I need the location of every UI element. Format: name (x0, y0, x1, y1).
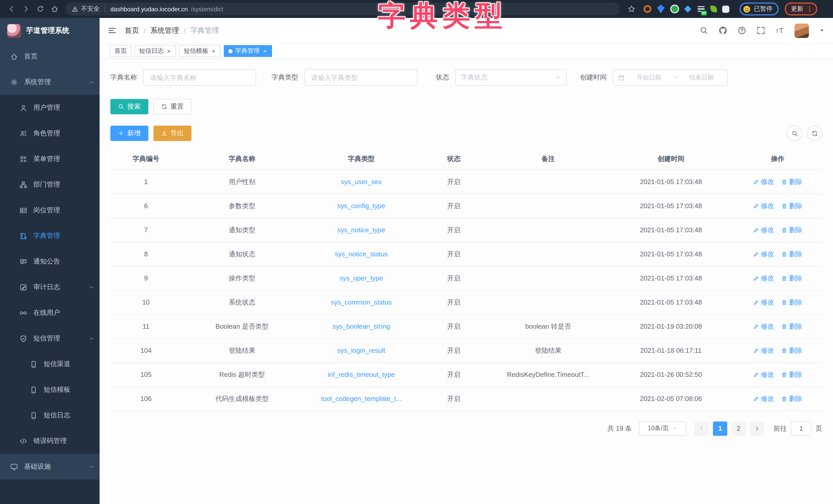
edit-row-button[interactable]: 修改 (753, 225, 774, 234)
edit-row-button[interactable]: 修改 (753, 394, 774, 403)
close-icon[interactable] (211, 48, 216, 54)
breadcrumb-item-0[interactable]: 首页 (125, 26, 139, 35)
delete-row-button[interactable]: 删除 (781, 201, 803, 210)
collapse-sidebar-icon[interactable] (108, 26, 117, 35)
tag-tab-0[interactable]: 首页 (110, 45, 132, 57)
ext-puzzle-icon[interactable] (722, 5, 729, 12)
delete-row-button[interactable]: 删除 (781, 274, 803, 283)
tag-tab-2[interactable]: 短信模板 (179, 45, 221, 57)
sidebar-item-1[interactable]: 系统管理 (0, 69, 100, 95)
sidebar-item-0[interactable]: 首页 (0, 44, 100, 69)
tag-tab-3[interactable]: 字典管理 (224, 45, 272, 57)
sidebar-item-11[interactable]: 短信管理 (0, 326, 100, 351)
page-size-select[interactable]: 10条/页 (639, 421, 686, 435)
ext-list-on-icon[interactable]: on (696, 5, 705, 13)
sidebar-item-6[interactable]: 岗位管理 (0, 197, 100, 223)
browser-update-button[interactable]: 更新 (785, 3, 817, 16)
ext-orange-ring-icon[interactable] (644, 5, 651, 13)
dict-type-link[interactable]: sys_config_type (337, 202, 385, 210)
forward-icon[interactable] (20, 3, 32, 15)
home-icon[interactable] (48, 3, 61, 15)
delete-row-button[interactable]: 删除 (781, 394, 803, 403)
dict-type-link[interactable]: sys_login_result (337, 347, 385, 354)
ext-blue-diamond-icon[interactable] (684, 5, 691, 12)
close-icon[interactable] (166, 48, 171, 54)
refresh-table-button[interactable] (807, 126, 822, 141)
edit-row-button[interactable]: 修改 (753, 322, 774, 331)
create-time-range-picker[interactable]: 开始日期 ~ 结束日期 (613, 69, 728, 85)
edit-row-button[interactable]: 修改 (753, 298, 774, 307)
sidebar-item-10[interactable]: 在线用户 (0, 300, 100, 326)
reset-button[interactable]: 重置 (153, 99, 191, 114)
tag-tab-1[interactable]: 短信日志 (135, 45, 176, 57)
dict-type-link[interactable]: sys_notice_status (335, 250, 388, 258)
edit-row-button[interactable]: 修改 (753, 346, 774, 355)
fullscreen-icon[interactable] (757, 26, 765, 35)
monitor-icon (10, 463, 18, 471)
dict-type-link[interactable]: sys_boolean_string (333, 323, 390, 330)
sidebar-item-15[interactable]: 错误码管理 (0, 428, 100, 454)
ext-blue-gem-icon[interactable] (657, 5, 665, 13)
export-button[interactable]: 导出 (153, 126, 191, 141)
sidebar-item-12[interactable]: 短信渠道 (0, 351, 100, 377)
sidebar-item-2[interactable]: 用户管理 (0, 95, 100, 121)
ext-green-circle-icon[interactable] (670, 5, 679, 13)
dict-name-input[interactable] (143, 69, 256, 85)
font-size-icon[interactable]: TT (776, 26, 784, 35)
bookmark-star-icon[interactable] (625, 3, 638, 15)
delete-row-button[interactable]: 删除 (781, 177, 803, 186)
show-search-toggle-button[interactable] (787, 126, 802, 141)
dict-type-link[interactable]: sys_notice_type (337, 226, 385, 234)
start-date-placeholder: 开始日期 (628, 73, 670, 82)
dict-type-link[interactable]: tool_codegen_template_t... (321, 395, 402, 402)
next-page-button[interactable] (750, 421, 764, 435)
user-avatar[interactable] (794, 23, 809, 38)
search-button[interactable]: 搜索 (110, 99, 148, 114)
dict-type-input[interactable] (304, 69, 417, 85)
chevron-down-icon (89, 284, 94, 290)
sidebar-item-9[interactable]: 审计日志 (0, 274, 100, 300)
kebab-menu-icon[interactable] (806, 6, 813, 12)
app-logo[interactable]: 芋道管理系统 (0, 18, 100, 44)
user-menu-caret-icon[interactable] (819, 28, 825, 33)
sidebar-item-16[interactable]: 基础设施 (0, 454, 100, 479)
help-icon[interactable] (738, 26, 746, 35)
extension-paused-badge[interactable]: 已暂停 (740, 3, 779, 16)
breadcrumb-item-1[interactable]: 系统管理 (150, 26, 179, 35)
sidebar-item-3[interactable]: 角色管理 (0, 121, 100, 146)
edit-row-button[interactable]: 修改 (753, 177, 774, 186)
delete-row-button[interactable]: 删除 (781, 298, 803, 307)
close-icon[interactable] (262, 48, 267, 54)
sidebar-item-4[interactable]: 菜单管理 (0, 146, 100, 172)
page-number-1[interactable]: 1 (713, 421, 727, 435)
edit-row-button[interactable]: 修改 (753, 249, 774, 259)
address-bar[interactable]: 不安全 dashboard.yudao.iocoder.cn/system/di… (66, 3, 620, 16)
sidebar-item-8[interactable]: 通知公告 (0, 249, 100, 274)
search-icon[interactable] (699, 26, 708, 35)
ext-green-leaf-icon[interactable] (710, 6, 717, 12)
back-icon[interactable] (5, 3, 18, 15)
delete-row-button[interactable]: 删除 (781, 346, 803, 355)
dict-type-link[interactable]: sys_common_status (331, 298, 391, 306)
edit-row-button[interactable]: 修改 (753, 274, 774, 283)
edit-row-button[interactable]: 修改 (753, 201, 774, 210)
sidebar-item-7[interactable]: 字典管理 (0, 223, 100, 249)
github-icon[interactable] (718, 26, 727, 35)
dict-type-link[interactable]: sys_oper_type (339, 274, 383, 282)
delete-row-button[interactable]: 删除 (781, 370, 803, 379)
sidebar-item-13[interactable]: 短信模板 (0, 377, 100, 402)
delete-row-button[interactable]: 删除 (781, 322, 803, 331)
prev-page-button[interactable] (694, 421, 709, 435)
reload-icon[interactable] (34, 3, 46, 15)
goto-page-input[interactable] (791, 421, 811, 435)
sidebar-item-5[interactable]: 部门管理 (0, 172, 100, 197)
status-select[interactable]: 字典状态 (455, 69, 567, 85)
dict-type-link[interactable]: inf_redis_timeout_type (328, 371, 395, 378)
delete-row-button[interactable]: 删除 (781, 249, 803, 259)
sidebar-item-14[interactable]: 短信日志 (0, 402, 100, 428)
page-number-2[interactable]: 2 (731, 421, 746, 435)
add-button[interactable]: 新增 (110, 126, 148, 141)
delete-row-button[interactable]: 删除 (781, 225, 803, 234)
edit-row-button[interactable]: 修改 (753, 370, 774, 379)
dict-type-link[interactable]: sys_user_sex (341, 178, 382, 185)
